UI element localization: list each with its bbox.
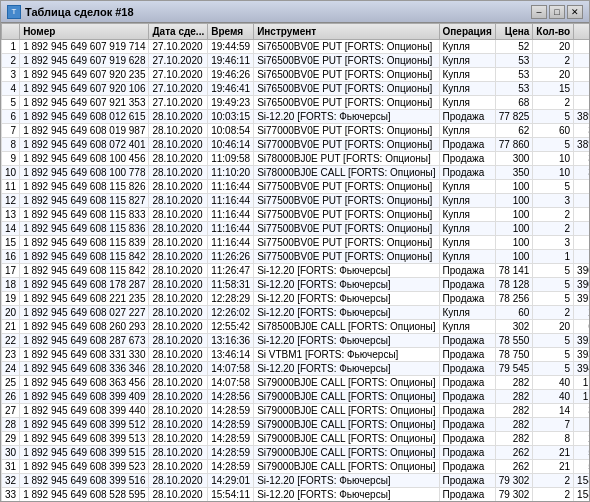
table-cell: 100 bbox=[495, 194, 533, 208]
table-cell: 17 bbox=[2, 264, 20, 278]
table-cell: 21 bbox=[2, 320, 20, 334]
table-row[interactable]: 71 892 945 649 608 019 98728.10.202010:0… bbox=[2, 124, 590, 138]
table-cell: Продажа bbox=[439, 110, 495, 124]
table-row[interactable]: 41 892 945 649 607 920 10627.10.202019:4… bbox=[2, 82, 590, 96]
table-cell: 19:46:11 bbox=[208, 54, 254, 68]
table-row[interactable]: 81 892 945 649 608 072 40128.10.202010:4… bbox=[2, 138, 590, 152]
table-cell: 28.10.2020 bbox=[149, 110, 208, 124]
table-cell: 394 750,00 bbox=[574, 362, 589, 376]
table-cell: 28.10.2020 bbox=[149, 236, 208, 250]
table-cell: 6 bbox=[2, 110, 20, 124]
table-row[interactable]: 331 892 945 649 608 528 59528.10.202015:… bbox=[2, 488, 590, 502]
table-cell: 1 bbox=[533, 250, 574, 264]
table-row[interactable]: 31 892 945 649 607 920 23527.10.202019:4… bbox=[2, 68, 590, 82]
table-cell: 2 bbox=[533, 208, 574, 222]
table-row[interactable]: 221 892 945 649 608 287 67328.10.202013:… bbox=[2, 334, 590, 348]
table-row[interactable]: 51 892 945 649 607 921 35327.10.202019:4… bbox=[2, 96, 590, 110]
table-cell: 78 141 bbox=[495, 264, 533, 278]
table-row[interactable]: 241 892 945 649 608 336 34628.10.202014:… bbox=[2, 362, 590, 376]
table-cell: 2 bbox=[2, 54, 20, 68]
table-cell: 13:46:14 bbox=[208, 348, 254, 362]
table-cell: 1 892 945 649 608 100 778 bbox=[20, 166, 149, 180]
table-cell: 27.10.2020 bbox=[149, 82, 208, 96]
table-row[interactable]: 231 892 945 649 608 331 33028.10.202013:… bbox=[2, 348, 590, 362]
table-row[interactable]: 181 892 945 649 608 178 28728.10.202011:… bbox=[2, 278, 590, 292]
table-row[interactable]: 91 892 945 649 608 100 45628.10.202011:0… bbox=[2, 152, 590, 166]
table-row[interactable]: 61 892 945 649 608 012 61528.10.202010:0… bbox=[2, 110, 590, 124]
table-row[interactable]: 301 892 945 649 608 399 51528.10.202014:… bbox=[2, 446, 590, 460]
table-cell: 1 892 945 649 608 399 516 bbox=[20, 474, 149, 488]
table-row[interactable]: 141 892 945 649 608 115 83628.10.202011:… bbox=[2, 222, 590, 236]
table-cell: 79 302 bbox=[495, 488, 533, 502]
table-cell: 2 bbox=[533, 96, 574, 110]
table-cell: Si77000BV0E PUT [FORTS: Опционы] bbox=[254, 124, 439, 138]
header-instrument[interactable]: Инструмент bbox=[254, 24, 439, 40]
table-row[interactable]: 191 892 945 649 608 221 23528.10.202012:… bbox=[2, 292, 590, 306]
table-cell: Купля bbox=[439, 222, 495, 236]
table-cell: 31 bbox=[2, 460, 20, 474]
table-cell: 28.10.2020 bbox=[149, 194, 208, 208]
header-price[interactable]: Цена bbox=[495, 24, 533, 40]
table-row[interactable]: 321 892 945 649 608 399 51628.10.202014:… bbox=[2, 474, 590, 488]
table-cell: 12:26:02 bbox=[208, 306, 254, 320]
table-cell: 8 bbox=[533, 432, 574, 446]
header-time[interactable]: Время bbox=[208, 24, 254, 40]
table-row[interactable]: 111 892 945 649 608 115 82628.10.202011:… bbox=[2, 180, 590, 194]
table-cell: 350 bbox=[495, 166, 533, 180]
table-cell: Продажа bbox=[439, 362, 495, 376]
table-row[interactable]: 171 892 945 649 608 115 84228.10.202011:… bbox=[2, 264, 590, 278]
table-cell: 1 892 945 649 608 027 227 bbox=[20, 306, 149, 320]
table-cell: 14:07:58 bbox=[208, 362, 254, 376]
table-cell: 28 bbox=[2, 418, 20, 432]
header-id[interactable]: Номер bbox=[20, 24, 149, 40]
table-cell: Si76500BV0E PUT [FORTS: Опционы] bbox=[254, 40, 439, 54]
table-row[interactable]: 201 892 945 649 608 027 22728.10.202012:… bbox=[2, 306, 590, 320]
table-cell: 77 860 bbox=[495, 138, 533, 152]
header-operation[interactable]: Операция bbox=[439, 24, 495, 40]
table-cell: 19:49:23 bbox=[208, 96, 254, 110]
minimize-button[interactable]: – bbox=[531, 5, 547, 19]
table-cell: 14:28:59 bbox=[208, 432, 254, 446]
table-cell: 282 bbox=[495, 418, 533, 432]
table-cell: Продажа bbox=[439, 432, 495, 446]
table-cell: 79 302 bbox=[495, 474, 533, 488]
table-cell: Продажа bbox=[439, 474, 495, 488]
table-cell: 302 bbox=[495, 320, 533, 334]
table-row[interactable]: 271 892 945 649 608 399 44028.10.202014:… bbox=[2, 404, 590, 418]
table-cell: Si79000BJ0E CALL [FORTS: Опционы] bbox=[254, 432, 439, 446]
table-row[interactable]: 101 892 945 649 608 100 77828.10.202011:… bbox=[2, 166, 590, 180]
table-cell: 10:08:54 bbox=[208, 124, 254, 138]
table-cell: 28.10.2020 bbox=[149, 306, 208, 320]
table-row[interactable]: 291 892 945 649 608 399 51328.10.202014:… bbox=[2, 432, 590, 446]
table-cell: 1 892 945 649 608 399 512 bbox=[20, 418, 149, 432]
table-cell: Продажа bbox=[439, 418, 495, 432]
header-date[interactable]: Дата сде... bbox=[149, 24, 208, 40]
table-row[interactable]: 281 892 945 649 608 399 51228.10.202014:… bbox=[2, 418, 590, 432]
table-row[interactable]: 251 892 945 649 608 363 45628.10.202014:… bbox=[2, 376, 590, 390]
table-cell: Si76500BV0E PUT [FORTS: Опционы] bbox=[254, 82, 439, 96]
table-cell: 28.10.2020 bbox=[149, 320, 208, 334]
table-cell: Si76500BV0E PUT [FORTS: Опционы] bbox=[254, 68, 439, 82]
table-row[interactable]: 11 892 945 649 607 919 71427.10.202019:4… bbox=[2, 40, 590, 54]
table-cell: 62 bbox=[495, 124, 533, 138]
table-row[interactable]: 311 892 945 649 608 399 52328.10.202014:… bbox=[2, 460, 590, 474]
table-row[interactable]: 121 892 945 649 608 115 82728.10.202011:… bbox=[2, 194, 590, 208]
table-cell: 19:44:59 bbox=[208, 40, 254, 54]
header-volume[interactable]: Объем bbox=[574, 24, 589, 40]
header-qty[interactable]: Кол-во bbox=[533, 24, 574, 40]
table-cell: 3 bbox=[533, 236, 574, 250]
table-row[interactable]: 131 892 945 649 608 115 83328.10.202011:… bbox=[2, 208, 590, 222]
maximize-button[interactable]: □ bbox=[549, 5, 565, 19]
table-cell: 28.10.2020 bbox=[149, 418, 208, 432]
table-cell: 10 bbox=[2, 166, 20, 180]
table-cell: 16 bbox=[2, 250, 20, 264]
table-row[interactable]: 211 892 945 649 608 260 29328.10.202012:… bbox=[2, 320, 590, 334]
table-row[interactable]: 151 892 945 649 608 115 83928.10.202011:… bbox=[2, 236, 590, 250]
table-cell: 28.10.2020 bbox=[149, 474, 208, 488]
table-row[interactable]: 21 892 945 649 607 919 62827.10.202019:4… bbox=[2, 54, 590, 68]
table-cell: Продажа bbox=[439, 152, 495, 166]
table-row[interactable]: 261 892 945 649 608 399 40928.10.202014:… bbox=[2, 390, 590, 404]
close-button[interactable]: ✕ bbox=[567, 5, 583, 19]
table-row[interactable]: 161 892 945 649 608 115 84228.10.202011:… bbox=[2, 250, 590, 264]
table-cell: 10:03:15 bbox=[208, 110, 254, 124]
